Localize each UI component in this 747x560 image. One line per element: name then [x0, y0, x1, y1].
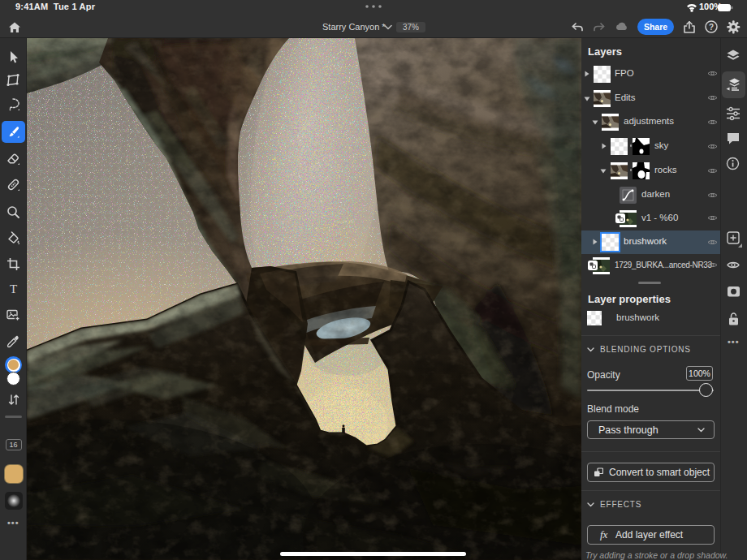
svg-text:T: T [10, 282, 17, 295]
svg-text:?: ? [709, 23, 714, 32]
